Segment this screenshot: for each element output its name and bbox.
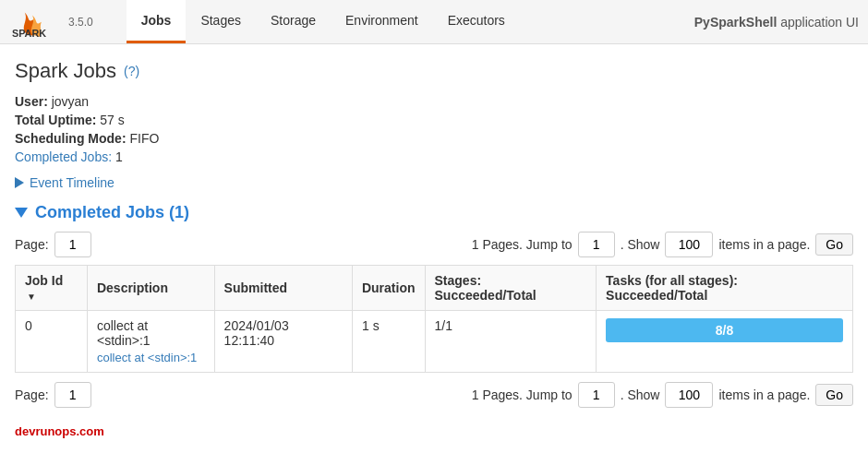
uptime-label: Total Uptime:	[15, 113, 96, 127]
pagination-right-top: 1 Pages. Jump to . Show items in a page.…	[472, 232, 853, 257]
footer-brand: devrunops.com	[15, 415, 853, 444]
th-submitted: Submitted	[214, 266, 352, 311]
pagination-right-bottom: 1 Pages. Jump to . Show items in a page.…	[472, 382, 853, 408]
page-text-top: Page:	[15, 237, 49, 252]
tasks-progress-bar: 8/8	[606, 318, 843, 342]
tasks-cell: 8/8	[597, 311, 853, 373]
brand-logo: SPARK 3.5.0	[9, 6, 108, 39]
th-description: Description	[87, 266, 214, 311]
jump-input-bottom[interactable]	[578, 382, 615, 408]
show-label-top: . Show	[621, 237, 660, 252]
page-title: Spark Jobs (?)	[15, 59, 853, 83]
event-timeline-toggle[interactable]: Event Timeline	[15, 175, 853, 190]
sort-icon: ▼	[27, 292, 36, 302]
app-title: PySparkShell application UI	[694, 15, 859, 30]
job-id-cell: 0	[16, 311, 88, 373]
page-input-bottom[interactable]	[54, 382, 91, 408]
pagination-bottom: Page: 1 Pages. Jump to . Show items in a…	[15, 382, 853, 408]
page-label-top: Page:	[15, 232, 91, 257]
user-value: jovyan	[52, 94, 89, 109]
completed-jobs-row: Completed Jobs: 1	[15, 149, 853, 164]
page-input-top[interactable]	[54, 232, 91, 257]
completed-jobs-link[interactable]: Completed Jobs:	[15, 149, 115, 164]
th-duration: Duration	[352, 266, 425, 311]
app-suffix: application UI	[777, 15, 859, 30]
nav-executors[interactable]: Executors	[433, 0, 520, 43]
description-main: collect at <stdin>:1	[97, 318, 151, 348]
duration-cell: 1 s	[352, 311, 425, 373]
uptime-row: Total Uptime: 57 s	[15, 113, 853, 127]
nav-environment[interactable]: Environment	[331, 0, 433, 43]
svg-text:SPARK: SPARK	[12, 27, 46, 38]
completed-section-title: Completed Jobs (1)	[35, 203, 189, 222]
pagination-top: Page: 1 Pages. Jump to . Show items in a…	[15, 232, 853, 257]
nav-links: Jobs Stages Storage Environment Executor…	[127, 0, 694, 43]
page-title-text: Spark Jobs	[15, 59, 116, 83]
user-row: User: jovyan	[15, 94, 853, 109]
tasks-label: 8/8	[716, 323, 733, 338]
show-input-top[interactable]	[665, 232, 713, 257]
uptime-value: 57 s	[100, 113, 124, 127]
page-label-bottom: Page:	[15, 382, 91, 408]
jobs-table: Job Id ▼ Description Submitted Duration …	[15, 265, 853, 373]
pages-info-bottom: 1 Pages. Jump to	[472, 388, 573, 402]
pages-info-top: 1 Pages. Jump to	[472, 237, 573, 252]
go-button-top[interactable]: Go	[815, 233, 853, 256]
stages-cell: 1/1	[425, 311, 597, 373]
user-label: User:	[15, 94, 48, 109]
completed-label: Completed Jobs:	[15, 149, 112, 164]
event-timeline-label: Event Timeline	[30, 175, 115, 190]
scheduling-value: FIFO	[129, 131, 159, 146]
show-label-bottom: . Show	[621, 388, 660, 402]
description-cell: collect at <stdin>:1 collect at <stdin>:…	[87, 311, 214, 373]
th-tasks: Tasks (for all stages): Succeeded/Total	[597, 266, 853, 311]
table-header: Job Id ▼ Description Submitted Duration …	[16, 266, 853, 311]
nav-storage[interactable]: Storage	[256, 0, 331, 43]
help-link[interactable]: (?)	[124, 64, 139, 78]
triangle-right-icon	[15, 177, 24, 188]
spark-version: 3.5.0	[68, 16, 93, 29]
completed-value: 1	[115, 149, 123, 164]
page-text-bottom: Page:	[15, 388, 49, 402]
description-link[interactable]: collect at <stdin>:1	[97, 351, 205, 364]
spark-logo-icon: SPARK	[9, 6, 65, 39]
triangle-down-icon	[15, 208, 28, 218]
scheduling-label: Scheduling Mode:	[15, 131, 127, 146]
th-job-id[interactable]: Job Id ▼	[16, 266, 88, 311]
navbar: SPARK 3.5.0 Jobs Stages Storage Environm…	[0, 0, 868, 44]
scheduling-row: Scheduling Mode: FIFO	[15, 131, 853, 146]
app-name: PySparkShell	[694, 15, 778, 30]
items-label-bottom: items in a page.	[718, 388, 810, 402]
items-label-top: items in a page.	[718, 237, 810, 252]
show-input-bottom[interactable]	[665, 382, 713, 408]
submitted-cell: 2024/01/03 12:11:40	[214, 311, 352, 373]
nav-jobs[interactable]: Jobs	[127, 0, 187, 43]
completed-jobs-section-header: Completed Jobs (1)	[15, 203, 853, 222]
main-content: Spark Jobs (?) User: jovyan Total Uptime…	[0, 44, 868, 444]
table-body: 0 collect at <stdin>:1 collect at <stdin…	[16, 311, 853, 373]
table-row: 0 collect at <stdin>:1 collect at <stdin…	[16, 311, 853, 373]
th-stages: Stages: Succeeded/Total	[425, 266, 597, 311]
jump-input-top[interactable]	[578, 232, 615, 257]
nav-stages[interactable]: Stages	[186, 0, 256, 43]
go-button-bottom[interactable]: Go	[815, 384, 853, 406]
